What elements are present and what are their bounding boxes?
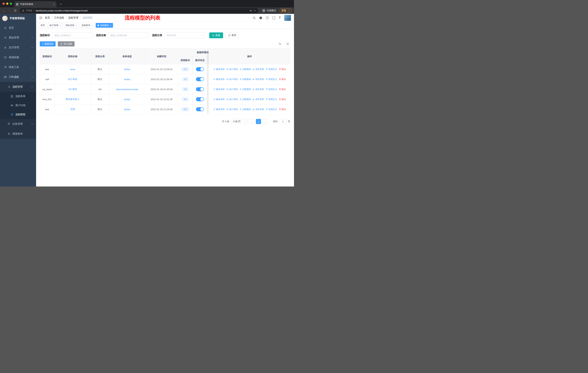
- tag-process-model[interactable]: 流程模型 ×: [96, 23, 113, 28]
- sidebar-item-process-manage[interactable]: 流程管理: [0, 82, 36, 92]
- tag-close-icon[interactable]: ×: [110, 24, 111, 27]
- help-icon[interactable]: ?: [266, 16, 269, 20]
- back-button[interactable]: ←: [2, 8, 7, 13]
- sidebar-item-payment[interactable]: ¥ 支付管理: [0, 43, 36, 52]
- hamburger-icon[interactable]: [39, 16, 42, 19]
- security-label[interactable]: 不安全: [26, 9, 32, 12]
- edit-process-link[interactable]: 修改流程: [213, 68, 225, 71]
- process-category-select[interactable]: 流程分类: [164, 32, 205, 38]
- zoom-window-button[interactable]: [10, 2, 12, 5]
- active-toggle[interactable]: [196, 77, 204, 81]
- delete-process-link[interactable]: 删除: [279, 98, 286, 101]
- process-name-input[interactable]: [108, 32, 149, 38]
- assign-rule-link[interactable]: 分配规则: [240, 88, 251, 91]
- publish-process-link[interactable]: 发布流程: [253, 78, 264, 81]
- reset-button[interactable]: 重置: [225, 32, 239, 38]
- password-key-icon[interactable]: [250, 9, 252, 12]
- breadcrumb-item[interactable]: 流程管理: [68, 16, 78, 20]
- design-process-link[interactable]: 设计流程: [226, 88, 238, 91]
- tag-home[interactable]: 首页: [39, 23, 47, 28]
- form-info-link[interactable]: biubiu: [124, 78, 130, 81]
- sidebar-item-leave-query[interactable]: 请假查询: [0, 129, 36, 139]
- edit-process-link[interactable]: 修改流程: [213, 98, 225, 101]
- delete-process-link[interactable]: 删除: [279, 88, 286, 91]
- close-window-button[interactable]: [2, 2, 5, 5]
- assign-rule-link[interactable]: 分配规则: [240, 68, 251, 71]
- process-name-link[interactable]: 测试多审批人: [66, 98, 80, 101]
- delete-process-link[interactable]: 删除: [279, 78, 286, 81]
- sidebar-item-process-model[interactable]: 流程模型: [0, 110, 36, 119]
- search-button[interactable]: 搜索: [209, 32, 223, 38]
- edit-process-link[interactable]: 修改流程: [213, 78, 225, 81]
- process-id-input[interactable]: [52, 32, 93, 38]
- active-toggle[interactable]: [196, 67, 204, 71]
- design-process-link[interactable]: 设计流程: [226, 78, 238, 81]
- create-process-button[interactable]: + 新建流程: [40, 41, 56, 46]
- delete-process-link[interactable]: 删除: [279, 68, 286, 71]
- process-definition-link[interactable]: 流程定义: [266, 98, 277, 101]
- browser-menu-icon[interactable]: ⋮: [288, 9, 290, 12]
- bookmark-star-icon[interactable]: ☆: [254, 9, 256, 12]
- edit-process-link[interactable]: 修改流程: [213, 108, 225, 111]
- user-avatar[interactable]: [284, 15, 291, 21]
- breadcrumb-item[interactable]: 首页: [45, 16, 50, 20]
- minimize-window-button[interactable]: [6, 2, 8, 5]
- publish-process-link[interactable]: 发布流程: [253, 68, 264, 71]
- active-toggle[interactable]: [196, 87, 204, 91]
- tag-close-icon[interactable]: ×: [75, 24, 77, 27]
- active-toggle[interactable]: [196, 97, 204, 101]
- sidebar-item-system[interactable]: 系统管理: [0, 33, 36, 43]
- reload-button[interactable]: [13, 8, 18, 13]
- breadcrumb-item[interactable]: 工作流程: [54, 16, 64, 20]
- process-definition-link[interactable]: 流程定义: [266, 68, 277, 71]
- refresh-table-button[interactable]: [285, 41, 290, 47]
- tag-my-process[interactable]: 我的流程 ×: [64, 23, 79, 28]
- sidebar-item-workflow[interactable]: 工作流程: [0, 72, 36, 82]
- tag-tenant-manage[interactable]: 租户管理 ×: [48, 23, 63, 28]
- process-definition-link[interactable]: 流程定义: [266, 88, 277, 91]
- form-info-link[interactable]: biubiu: [124, 108, 130, 111]
- design-process-link[interactable]: 设计流程: [226, 98, 238, 101]
- design-process-link[interactable]: 设计流程: [226, 108, 238, 111]
- publish-process-link[interactable]: 发布流程: [253, 108, 264, 111]
- forward-button[interactable]: →: [7, 8, 12, 13]
- sidebar-item-devtools[interactable]: 研发工具: [0, 62, 36, 72]
- process-name-link[interactable]: 自己审批: [68, 78, 77, 81]
- new-tab-button[interactable]: +: [59, 2, 63, 6]
- search-icon[interactable]: [253, 16, 256, 20]
- goto-page-input[interactable]: [279, 119, 286, 124]
- publish-process-link[interactable]: 发布流程: [253, 88, 264, 91]
- tag-process-form[interactable]: 流程表单 ×: [80, 23, 94, 28]
- process-name-link[interactable]: OA 请假: [68, 88, 77, 91]
- tag-close-icon[interactable]: ×: [91, 24, 93, 27]
- sidebar-item-infrastructure[interactable]: 基础设施: [0, 52, 36, 62]
- sidebar-logo[interactable]: 芋道管理系统: [0, 14, 36, 23]
- prev-page-button[interactable]: ‹: [249, 119, 254, 124]
- current-page-button[interactable]: 1: [256, 119, 261, 124]
- url-bar[interactable]: 不安全 dashboard.yudao.iocoder.cn/bpm/manag…: [20, 8, 258, 13]
- sidebar-item-user-group[interactable]: 用户分组: [0, 101, 36, 110]
- process-definition-link[interactable]: 流程定义: [266, 78, 277, 81]
- github-icon[interactable]: [259, 16, 262, 20]
- page-size-select[interactable]: 10条/页: [231, 119, 247, 124]
- fullscreen-icon[interactable]: [272, 16, 275, 20]
- publish-process-link[interactable]: 发布流程: [253, 98, 264, 101]
- browser-update-button[interactable]: 更新 ⋮: [279, 8, 292, 13]
- toggle-search-button[interactable]: [277, 41, 283, 47]
- assign-rule-link[interactable]: 分配规则: [240, 78, 251, 81]
- form-info-link[interactable]: biubiu: [124, 98, 130, 101]
- sidebar-item-task-manage[interactable]: 任务管理: [0, 119, 36, 129]
- import-process-button[interactable]: 导入流程: [58, 41, 74, 46]
- tag-close-icon[interactable]: ×: [59, 24, 61, 27]
- assign-rule-link[interactable]: 分配规则: [240, 98, 251, 101]
- url-text[interactable]: dashboard.yudao.iocoder.cn/bpm/manager/m…: [36, 9, 248, 12]
- font-size-icon[interactable]: T: [279, 16, 281, 20]
- browser-tab[interactable]: 芋道管理系统 ×: [14, 1, 56, 7]
- next-page-button[interactable]: ›: [263, 119, 268, 124]
- sidebar-item-process-form[interactable]: 流程表单: [0, 92, 36, 101]
- assign-rule-link[interactable]: 分配规则: [240, 108, 251, 111]
- edit-process-link[interactable]: 修改流程: [213, 88, 225, 91]
- form-info-link[interactable]: biubiu: [124, 68, 130, 71]
- tab-close-icon[interactable]: ×: [53, 3, 55, 6]
- process-name-link[interactable]: eeee: [70, 68, 75, 71]
